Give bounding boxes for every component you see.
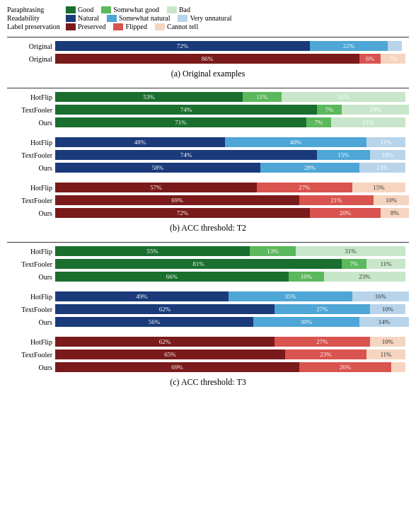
bar-track: 62% 27% 10% — [55, 337, 409, 347]
legend-bad-box — [167, 6, 177, 13]
segment-somewhat-good: 7% — [317, 105, 342, 115]
segment-flipped: 27% — [257, 183, 352, 192]
top-divider — [7, 37, 409, 37]
bar-row-t3-textfooler-para: TextFooler 81% 7% 11% — [7, 258, 409, 270]
bar-row-t2-hotflip-read: HotFlip 48% 40% 11% — [7, 137, 409, 148]
bar-track: 56% 30% 14% — [55, 317, 409, 327]
bar-label: TextFooler — [7, 197, 55, 204]
bar-label: Ours — [7, 364, 55, 371]
segment-bad: 23% — [324, 272, 405, 282]
bar-row-t3-hotflip-read: HotFlip 49% 35% 16% — [7, 291, 409, 302]
legend-bad-label: Bad — [179, 6, 190, 13]
segment-bad: 19% — [342, 105, 409, 115]
bar-track: 71% 7% 21% — [55, 117, 409, 127]
bar-row-original-readability: Original 72% 22% — [7, 40, 409, 52]
segment-cannot-tell: 10% — [374, 195, 409, 205]
segment-cannot-tell: 7% — [381, 54, 405, 64]
segment-somewhat-natural: 27% — [275, 304, 370, 314]
bar-label: HotFlip — [7, 184, 55, 192]
bar-row-t2-textfooler-read: TextFooler 74% 15% 10% — [7, 149, 409, 161]
segment-natural: 72% — [55, 41, 310, 51]
section-a-title: (a) Original examples — [7, 69, 409, 79]
segment-bad: 31% — [296, 246, 405, 256]
bar-row-original-label: Original 86% 6% 7% — [7, 53, 409, 64]
bar-track: 55% 13% 31% — [55, 246, 409, 256]
segment-bad: 35% — [282, 92, 405, 102]
bar-row-t2-ours-para: Ours 71% 7% 21% — [7, 117, 409, 128]
segment-cannot-tell — [391, 362, 405, 372]
legend-natural-box — [66, 15, 76, 22]
bar-label: TextFooler — [7, 106, 55, 114]
bar-track: 74% 7% 19% — [55, 105, 409, 115]
legend-row-label: Paraphrasing Good Somewhat good Bad — [7, 6, 232, 13]
bar-row-t2-textfooler-para: TextFooler 74% 7% 19% — [7, 104, 409, 115]
segment-somewhat-good: 7% — [342, 259, 366, 269]
segment-flipped: 23% — [285, 349, 366, 359]
legend-good-label: Good — [78, 6, 93, 13]
segment-good: 71% — [55, 117, 306, 127]
segment-cannot-tell: 11% — [366, 349, 405, 359]
segment-bad: 21% — [331, 117, 405, 127]
t3-label-group: HotFlip 62% 27% 10% TextFooler 65% 23% 1… — [7, 336, 409, 373]
bar-row-t3-ours-para: Ours 66% 10% 23% — [7, 271, 409, 282]
segment-flipped: 20% — [310, 208, 381, 218]
bar-row-t2-hotflip-label: HotFlip 57% 27% 15% — [7, 182, 409, 193]
bar-label: Original — [7, 42, 55, 50]
legend-good-box — [66, 6, 76, 13]
segment-somewhat-natural: 15% — [317, 150, 370, 160]
segment-somewhat-natural: 35% — [229, 291, 352, 301]
legend-cannot-tell-box — [155, 23, 165, 30]
bar-track: 72% 20% 8% — [55, 208, 409, 218]
bar-track: 72% 22% — [55, 41, 409, 51]
segment-preserved: 86% — [55, 54, 359, 64]
segment-somewhat-natural: 28% — [260, 163, 359, 173]
segment-preserved: 72% — [55, 208, 310, 218]
legend-row-preservation: Label preservation Preserved Flipped Can… — [7, 23, 232, 30]
bar-track: 49% 35% 16% — [55, 291, 409, 301]
mid-divider-2 — [7, 242, 409, 243]
bar-track: 58% 28% 13% — [55, 163, 409, 173]
bar-label: TextFooler — [7, 351, 55, 359]
segment-somewhat-natural: 22% — [310, 41, 388, 51]
bar-label: Ours — [7, 318, 55, 326]
bar-track: 74% 15% 10% — [55, 150, 409, 160]
bar-label: TextFooler — [7, 306, 55, 313]
segment-somewhat-natural: 30% — [253, 317, 359, 327]
bar-row-t3-hotflip-para: HotFlip 55% 13% 31% — [7, 245, 409, 257]
t2-label-group: HotFlip 57% 27% 15% TextFooler 69% 21% 1… — [7, 182, 409, 219]
bar-row-t2-ours-label: Ours 72% 20% 8% — [7, 207, 409, 219]
segment-natural: 74% — [55, 150, 317, 160]
legend-preserved-label: Preserved — [78, 23, 105, 30]
section-t3: HotFlip 55% 13% 31% TextFooler 81% 7% 11… — [7, 245, 409, 388]
bar-row-t3-textfooler-label: TextFooler 65% 23% 11% — [7, 349, 409, 360]
segment-very-unnatural: 13% — [359, 163, 405, 173]
segment-preserved: 69% — [55, 195, 299, 205]
bar-label: HotFlip — [7, 93, 55, 101]
segment-natural: 62% — [55, 304, 275, 314]
bar-label: Original — [7, 55, 55, 63]
segment-natural: 58% — [55, 163, 260, 173]
segment-natural: 56% — [55, 317, 253, 327]
t3-paraphrasing-group: HotFlip 55% 13% 31% TextFooler 81% 7% 11… — [7, 245, 409, 282]
segment-flipped: 26% — [299, 362, 391, 372]
segment-preserved: 65% — [55, 349, 285, 359]
segment-preserved: 57% — [55, 183, 257, 192]
bar-track: 53% 11% 35% — [55, 92, 409, 102]
segment-cannot-tell: 15% — [352, 183, 405, 192]
bar-track: 48% 40% 11% — [55, 137, 409, 147]
segment-natural: 49% — [55, 291, 229, 301]
segment-somewhat-good: 7% — [306, 117, 331, 127]
segment-flipped: 27% — [275, 337, 370, 347]
bar-label: Ours — [7, 164, 55, 172]
legend-somewhat-natural-box — [107, 15, 117, 22]
bar-label: TextFooler — [7, 260, 55, 268]
bar-row-t3-hotflip-label: HotFlip 62% 27% 10% — [7, 336, 409, 347]
bar-row-t3-ours-read: Ours 56% 30% 14% — [7, 316, 409, 328]
legend-somewhat-natural-label: Somewhat natural — [119, 14, 170, 22]
bar-track: 57% 27% 15% — [55, 183, 409, 192]
bar-label: Ours — [7, 273, 55, 281]
bar-row-t3-textfooler-read: TextFooler 62% 27% 10% — [7, 303, 409, 315]
legend-flipped-label: Flipped — [125, 23, 147, 30]
legend-somewhat-good-box — [101, 6, 111, 13]
segment-good: 55% — [55, 246, 250, 256]
